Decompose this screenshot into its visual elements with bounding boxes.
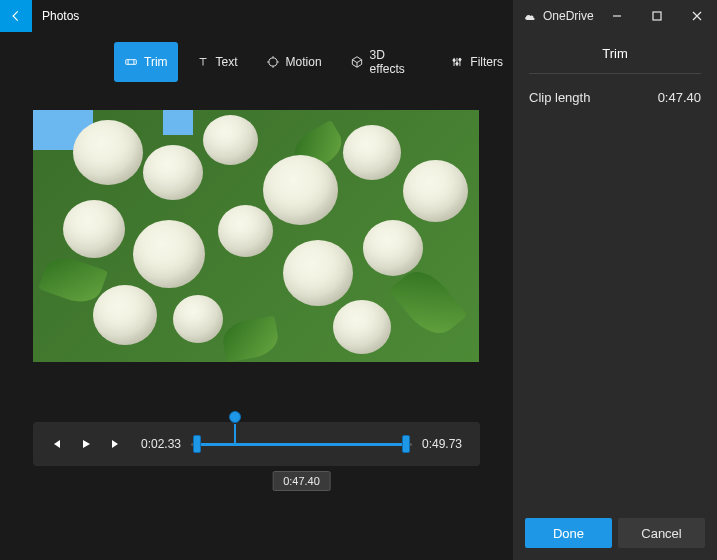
titlebar: Photos — [0, 0, 513, 32]
playback-controls: 0:02.33 0:47.40 0:49.73 — [33, 422, 480, 466]
app-title: Photos — [32, 9, 79, 23]
trim-timeline[interactable]: 0:47.40 — [191, 429, 412, 459]
cancel-button[interactable]: Cancel — [618, 518, 705, 548]
tool-label: Motion — [286, 55, 322, 69]
trim-handle-start[interactable] — [193, 435, 201, 453]
onedrive-status[interactable]: OneDrive — [513, 9, 597, 23]
text-icon — [196, 55, 210, 69]
done-button[interactable]: Done — [525, 518, 612, 548]
cube-icon — [350, 55, 364, 69]
onedrive-label: OneDrive — [543, 9, 594, 23]
clip-length-label: Clip length — [529, 90, 590, 105]
trim-handle-end[interactable] — [402, 435, 410, 453]
svg-point-1 — [268, 58, 276, 66]
play-button[interactable] — [71, 429, 101, 459]
duration-tooltip: 0:47.40 — [272, 471, 331, 491]
tool-label: 3D effects — [370, 48, 423, 76]
maximize-button[interactable] — [637, 0, 677, 32]
tool-label: Filters — [470, 55, 503, 69]
end-time: 0:49.73 — [412, 437, 472, 451]
close-button[interactable] — [677, 0, 717, 32]
start-time: 0:02.33 — [131, 437, 191, 451]
tool-trim[interactable]: Trim — [114, 42, 178, 82]
clip-length-value: 0:47.40 — [658, 90, 701, 105]
tool-text[interactable]: Text — [186, 42, 248, 82]
tool-3d-effects[interactable]: 3D effects — [340, 42, 433, 82]
timeline-selection — [196, 443, 407, 446]
tool-filters[interactable]: Filters — [440, 42, 513, 82]
window-controls: OneDrive — [513, 0, 717, 32]
video-preview[interactable] — [33, 110, 479, 362]
tool-motion[interactable]: Motion — [256, 42, 332, 82]
playhead[interactable] — [229, 411, 241, 423]
svg-rect-0 — [126, 60, 137, 65]
motion-icon — [266, 55, 280, 69]
cloud-icon — [523, 12, 537, 21]
svg-point-2 — [453, 59, 455, 61]
side-panel: OneDrive Trim Clip length 0:47.40 Done C… — [513, 0, 717, 560]
svg-rect-5 — [653, 12, 661, 20]
filters-icon — [450, 55, 464, 69]
tool-label: Text — [216, 55, 238, 69]
back-button[interactable] — [0, 0, 32, 32]
edit-toolbar: Trim Text Motion 3D effects Filters — [0, 32, 513, 92]
trim-icon — [124, 55, 138, 69]
prev-frame-button[interactable] — [41, 429, 71, 459]
svg-point-3 — [456, 63, 458, 65]
next-frame-button[interactable] — [101, 429, 131, 459]
tool-label: Trim — [144, 55, 168, 69]
panel-title: Trim — [513, 32, 717, 73]
arrow-left-icon — [9, 9, 23, 23]
minimize-button[interactable] — [597, 0, 637, 32]
svg-point-4 — [459, 59, 461, 61]
